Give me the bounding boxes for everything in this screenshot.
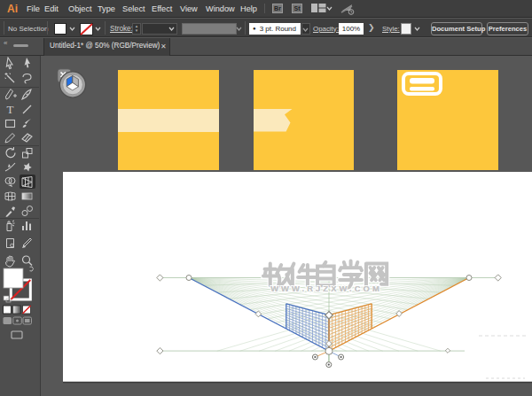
svg-text:WWW.RJZXW.COM: WWW.RJZXW.COM xyxy=(270,283,382,293)
